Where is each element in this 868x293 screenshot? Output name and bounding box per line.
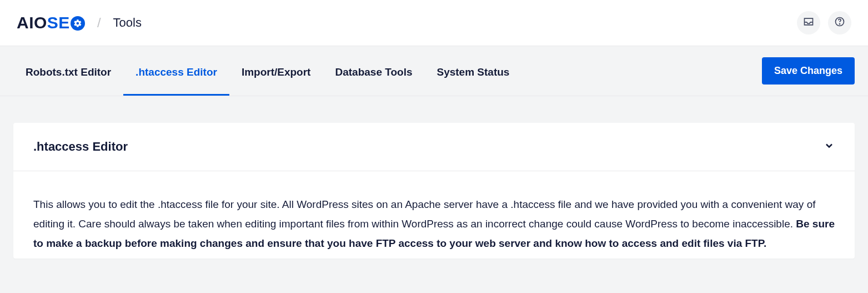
app-header: AIOSE / Tools (0, 0, 868, 46)
tabs: Robots.txt Editor .htaccess Editor Impor… (13, 46, 521, 96)
content-area: Robots.txt Editor .htaccess Editor Impor… (0, 46, 868, 293)
chevron-down-icon (824, 143, 835, 153)
tab-robots-txt-editor[interactable]: Robots.txt Editor (13, 46, 123, 96)
card-body-text: This allows you to edit the .htaccess fi… (33, 198, 816, 230)
inbox-button[interactable] (797, 11, 820, 34)
tabs-row: Robots.txt Editor .htaccess Editor Impor… (0, 46, 868, 96)
save-changes-button[interactable]: Save Changes (762, 57, 855, 85)
logo-text-aio: AIO (17, 13, 47, 32)
help-icon (834, 16, 845, 29)
page-title: Tools (113, 16, 142, 30)
breadcrumb-divider: / (97, 15, 101, 31)
logo-text-se: SE (47, 13, 70, 32)
help-button[interactable] (828, 11, 851, 34)
header-left: AIOSE / Tools (17, 13, 142, 32)
htaccess-editor-card: .htaccess Editor This allows you to edit… (13, 123, 855, 259)
card-header: .htaccess Editor (13, 123, 855, 171)
collapse-toggle[interactable] (824, 140, 835, 153)
tab-htaccess-editor[interactable]: .htaccess Editor (123, 46, 229, 96)
card-body: This allows you to edit the .htaccess fi… (13, 171, 855, 259)
svg-point-1 (840, 24, 840, 24)
logo[interactable]: AIOSE (17, 13, 85, 32)
tab-import-export[interactable]: Import/Export (229, 46, 323, 96)
inbox-icon (803, 16, 814, 29)
gear-icon (71, 16, 85, 31)
card-title: .htaccess Editor (33, 140, 128, 154)
tab-database-tools[interactable]: Database Tools (323, 46, 424, 96)
tab-system-status[interactable]: System Status (424, 46, 521, 96)
header-right (797, 11, 851, 34)
